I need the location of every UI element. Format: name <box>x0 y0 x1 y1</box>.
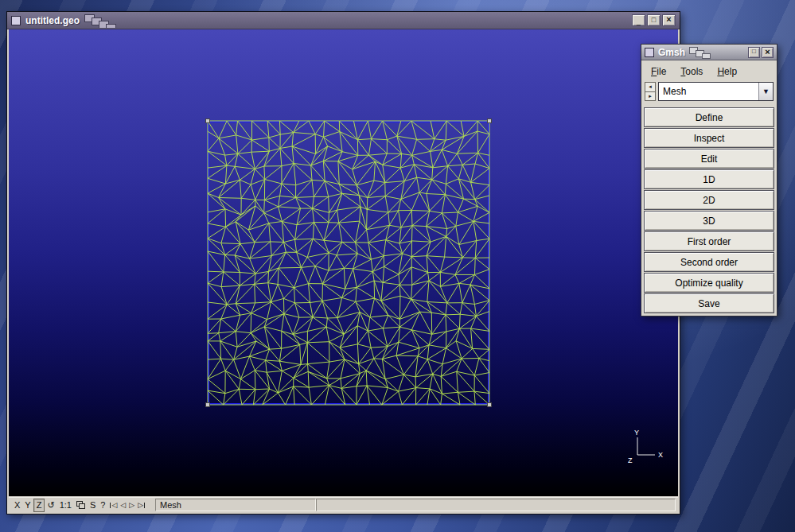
panel-button-edit[interactable]: Edit <box>644 149 774 169</box>
chevron-down-icon: ▼ <box>758 83 773 100</box>
axis-y-label: Y <box>634 429 639 437</box>
last-frame-icon: ▷ <box>138 501 143 509</box>
menu-file[interactable]: File <box>651 66 666 77</box>
s-toggle-button[interactable]: S <box>88 499 98 511</box>
statusbar: X Y Z ↺ 1:1 S ? ◁ ◁ ▷ ▷ Mesh <box>9 497 678 512</box>
close-button[interactable]: × <box>662 14 676 26</box>
main-window-titlebar[interactable]: untitled.geo _ □ × <box>7 12 680 29</box>
status-message-field: Mesh <box>155 499 316 511</box>
projection-toggle-button[interactable] <box>74 499 88 511</box>
minimize-button[interactable]: _ <box>632 14 645 26</box>
module-selector-value: Mesh <box>659 86 758 97</box>
panel-title: Gmsh <box>658 47 685 58</box>
play-last-button[interactable]: ▷ <box>136 499 147 511</box>
panel-button-1d[interactable]: 1D <box>644 169 774 189</box>
window-controls: _ □ × <box>632 14 676 26</box>
bar-icon <box>110 503 111 508</box>
module-selector-row: ◂ ▸ Mesh ▼ <box>641 81 777 105</box>
step-back-icon: ◁ <box>120 501 126 509</box>
axis-x-label: X <box>658 451 663 459</box>
view-y-button[interactable]: Y <box>22 499 33 511</box>
panel-button-save[interactable]: Save <box>644 293 774 313</box>
panel-button-second-order[interactable]: Second order <box>644 252 774 272</box>
view-x-button[interactable]: X <box>12 499 22 511</box>
panel-window-controls: □ × <box>748 47 774 58</box>
panel-button-2d[interactable]: 2D <box>644 190 774 210</box>
mesh-module-buttons: Define Inspect Edit 1D 2D 3D First order… <box>641 105 777 316</box>
panel-button-first-order[interactable]: First order <box>644 231 774 251</box>
menu-help[interactable]: Help <box>717 66 737 77</box>
panel-button-inspect[interactable]: Inspect <box>644 128 774 148</box>
panel-close-button[interactable]: × <box>762 47 774 58</box>
module-selector[interactable]: Mesh ▼ <box>658 82 774 101</box>
step-back-button[interactable]: ◁ <box>119 499 127 511</box>
previous-module-button[interactable]: ◂ <box>645 82 656 92</box>
axes-indicator: Y X Z <box>623 427 668 472</box>
panel-button-define[interactable]: Define <box>644 107 774 127</box>
window-title: untitled.geo <box>25 15 80 26</box>
view-z-button[interactable]: Z <box>33 499 45 512</box>
gmsh-control-panel: Gmsh □ × File Tools Help ◂ ▸ <box>641 44 777 316</box>
step-forward-button[interactable]: ▷ <box>127 499 136 511</box>
maximize-button[interactable]: □ <box>647 14 661 26</box>
panel-button-3d[interactable]: 3D <box>644 211 774 231</box>
menu-tools[interactable]: Tools <box>680 66 703 77</box>
desktop: untitled.geo _ □ × <box>0 0 795 532</box>
axis-z-label: Z <box>628 456 633 464</box>
panel-titlebar[interactable]: Gmsh □ × <box>641 45 777 60</box>
bar-icon <box>144 503 145 508</box>
main-window: untitled.geo _ □ × <box>6 11 680 515</box>
next-module-button[interactable]: ▸ <box>645 92 656 102</box>
window-menu-icon[interactable] <box>11 16 21 25</box>
module-nav-widget: ◂ ▸ <box>645 82 656 101</box>
projection-icon <box>76 501 85 509</box>
panel-window-menu-icon[interactable] <box>645 48 654 57</box>
viewport-canvas[interactable]: Y X Z <box>9 29 678 496</box>
scale-1-1-button[interactable]: 1:1 <box>57 499 74 511</box>
menu-bar: File Tools Help <box>641 60 777 81</box>
panel-titlebar-steps-decoration <box>689 47 718 59</box>
status-info-field <box>316 499 676 511</box>
rotate-button[interactable]: ↺ <box>45 499 57 511</box>
panel-button-optimize-quality[interactable]: Optimize quality <box>644 273 774 293</box>
mesh-svg <box>208 121 489 405</box>
first-frame-icon: ◁ <box>111 501 117 509</box>
step-forward-icon: ▷ <box>129 501 134 509</box>
titlebar-steps-decoration <box>84 14 119 28</box>
status-help-button[interactable]: ? <box>98 499 107 511</box>
play-first-button[interactable]: ◁ <box>107 499 119 511</box>
panel-iconify-button[interactable]: □ <box>748 47 760 58</box>
